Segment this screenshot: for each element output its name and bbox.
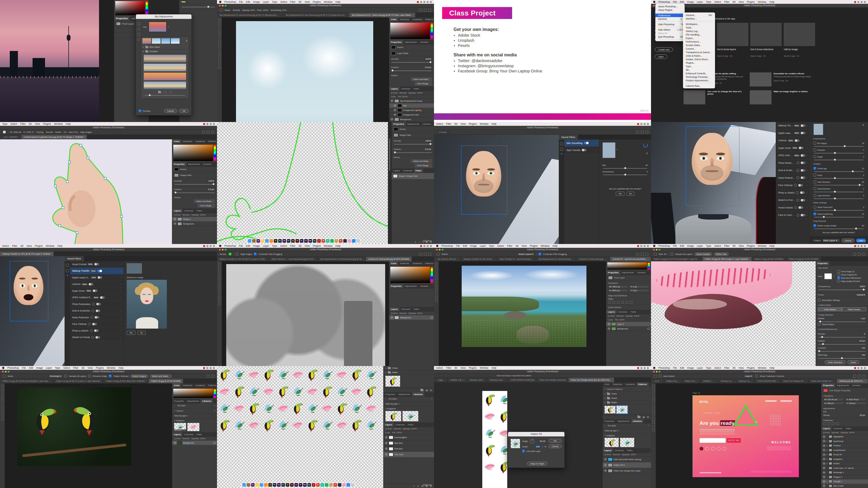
preview-checkbox[interactable] bbox=[138, 109, 141, 112]
layer-row[interactable]: Background bbox=[389, 117, 434, 122]
menubar-item[interactable]: Filter bbox=[507, 245, 513, 247]
object-aware-button[interactable]: Object Aware bbox=[842, 307, 866, 311]
apple-icon[interactable] bbox=[219, 1, 221, 3]
home-card[interactable]: Get to know selections Opens in app · 4m bbox=[750, 23, 782, 57]
dock-icon[interactable] bbox=[243, 483, 246, 487]
filter-toggle[interactable] bbox=[94, 263, 99, 265]
sunset-thumb[interactable] bbox=[144, 55, 186, 62]
filter-toggle[interactable] bbox=[95, 316, 99, 319]
menubar-item[interactable]: Select bbox=[497, 245, 504, 247]
menubar-item[interactable]: Photoshop bbox=[658, 1, 670, 3]
share-icon[interactable] bbox=[428, 9, 431, 12]
library-item[interactable]: Blue Bird bbox=[174, 423, 186, 431]
dock-icon[interactable] bbox=[338, 483, 341, 487]
layer-row[interactable]: ▸Group 26 bbox=[822, 453, 868, 457]
view-option[interactable]: High Quality Preview bbox=[837, 280, 861, 283]
visibility-eye[interactable] bbox=[174, 218, 176, 220]
marquee-icon[interactable] bbox=[3, 375, 6, 378]
sky-preset-thumb[interactable] bbox=[143, 38, 151, 44]
search-icon[interactable] bbox=[419, 9, 422, 12]
menubar-item[interactable]: Photoshop bbox=[224, 1, 236, 3]
menubar-item[interactable]: Layer bbox=[697, 1, 703, 3]
panel-tab[interactable]: Swatches bbox=[181, 139, 194, 143]
visibility-eye[interactable] bbox=[823, 453, 826, 456]
panel-tab[interactable]: Layers bbox=[603, 448, 613, 453]
color-aware-button[interactable]: Color Aware bbox=[818, 307, 842, 311]
panel-tab[interactable]: Layers bbox=[822, 426, 832, 430]
menu-item[interactable]: Services▸ bbox=[655, 17, 685, 21]
menubar-item[interactable]: Select bbox=[714, 1, 721, 3]
menubar-item[interactable]: Help bbox=[119, 366, 124, 369]
panel-tab[interactable]: Libraries bbox=[850, 383, 862, 387]
option-item[interactable]: Align Edges bbox=[80, 131, 92, 133]
no-button[interactable]: No bbox=[627, 192, 635, 196]
layer-row[interactable]: ▸InputGroup bbox=[822, 439, 868, 444]
dock-icon[interactable] bbox=[260, 483, 264, 487]
traffic-lights[interactable] bbox=[653, 371, 660, 373]
dock-icon[interactable]: Ps bbox=[278, 239, 282, 242]
menubar-item[interactable]: File bbox=[239, 245, 243, 247]
tutorial-card[interactable]: Use color to change the look of a photo bbox=[684, 90, 746, 104]
traffic-lights[interactable] bbox=[653, 249, 660, 251]
dock-icon[interactable] bbox=[252, 239, 256, 242]
filter-toggle[interactable] bbox=[801, 199, 805, 201]
panel-tab[interactable]: Color bbox=[389, 261, 398, 265]
menubar-item[interactable]: Type bbox=[706, 366, 712, 369]
y-field[interactable]: Y: 130 px bbox=[845, 402, 866, 405]
menubar-item[interactable]: Image bbox=[470, 245, 477, 247]
panel-tab[interactable]: Channels bbox=[613, 448, 625, 453]
menubar-item[interactable]: Plugins bbox=[313, 1, 321, 3]
menubar-item[interactable]: Edit bbox=[463, 245, 467, 247]
layer-row[interactable]: Pattern Fill 1 bbox=[603, 462, 651, 468]
workspace-icon[interactable] bbox=[858, 253, 861, 256]
filter-row[interactable]: Noise Reduction i › bbox=[776, 174, 810, 182]
library-item[interactable] bbox=[403, 411, 418, 421]
new-folder-icon[interactable] bbox=[158, 91, 161, 93]
profile-icon[interactable]: ◔ bbox=[214, 404, 215, 407]
window-titlebar[interactable]: Adobe Photoshop (Prerelease) bbox=[0, 126, 217, 130]
panel-tab[interactable]: Libraries bbox=[418, 284, 430, 288]
filter-row[interactable]: Face Cleanup i › bbox=[70, 321, 124, 328]
smart-radius-checkbox[interactable] bbox=[818, 323, 820, 326]
document-tab[interactable]: Pattern 01.jpg @ 33.3% (Hummingbird, Lay… bbox=[651, 257, 702, 261]
menubar-item[interactable]: Help bbox=[553, 245, 558, 247]
visibility-eye[interactable] bbox=[823, 480, 826, 483]
menubar-item[interactable]: File bbox=[22, 366, 26, 369]
window-titlebar[interactable]: Adobe Photoshop (Prerelease) bbox=[651, 248, 868, 252]
menubar-item[interactable]: Edit bbox=[246, 1, 250, 3]
dock-icon[interactable]: Ai bbox=[291, 239, 295, 242]
filter-toggle[interactable] bbox=[97, 270, 102, 272]
pattern-canvas[interactable] bbox=[217, 366, 383, 488]
share-icon[interactable] bbox=[862, 253, 865, 256]
menubar-item[interactable]: Window bbox=[758, 1, 767, 3]
slider-checkbox[interactable] bbox=[813, 213, 816, 215]
submenu-item[interactable]: File Handling... bbox=[683, 33, 715, 36]
panel-tab[interactable]: Paths bbox=[412, 87, 421, 91]
menubar-item[interactable]: View bbox=[305, 1, 310, 3]
document-tab[interactable]: Place Your Design here6.psb @ 100% (Patt… bbox=[568, 378, 614, 382]
panel-tab[interactable]: Layers bbox=[389, 307, 400, 311]
menubar-item[interactable]: File bbox=[673, 1, 677, 3]
filter-slider[interactable]: Anger0 bbox=[813, 155, 865, 160]
invert-button[interactable]: Invert bbox=[847, 360, 859, 364]
scale-value[interactable]: 100 bbox=[535, 445, 540, 448]
hue-strip[interactable] bbox=[431, 23, 433, 39]
dock-icon[interactable] bbox=[347, 483, 350, 487]
filter-slider[interactable]: Light direction0 bbox=[813, 194, 865, 199]
document-tab[interactable]: Untitled-1 @ 1... bbox=[701, 379, 718, 383]
filter-toggle[interactable] bbox=[799, 147, 803, 149]
dock-icon[interactable] bbox=[255, 483, 259, 487]
align-edges-checkbox[interactable] bbox=[236, 253, 239, 255]
visibility-eye[interactable] bbox=[823, 435, 826, 438]
document-tab[interactable]: Mockup 2.psd ... bbox=[488, 378, 507, 382]
dock-icon[interactable]: Ai bbox=[274, 239, 278, 242]
menubar-item[interactable]: 3D bbox=[454, 123, 458, 125]
radius-value[interactable]: 1 px bbox=[860, 317, 866, 320]
menubar-item[interactable]: Type bbox=[272, 1, 278, 3]
document-tab[interactable]: Place Your Design here3.psb bbox=[781, 379, 809, 383]
visibility-eye[interactable] bbox=[394, 104, 396, 107]
panel-tab[interactable]: Gradients bbox=[194, 383, 207, 387]
window-titlebar[interactable]: Adobe Photoshop (Prerelease) bbox=[0, 370, 217, 373]
menubar-item[interactable]: Select bbox=[2, 245, 9, 247]
feather-value[interactable]: 0.0 px bbox=[207, 188, 215, 191]
